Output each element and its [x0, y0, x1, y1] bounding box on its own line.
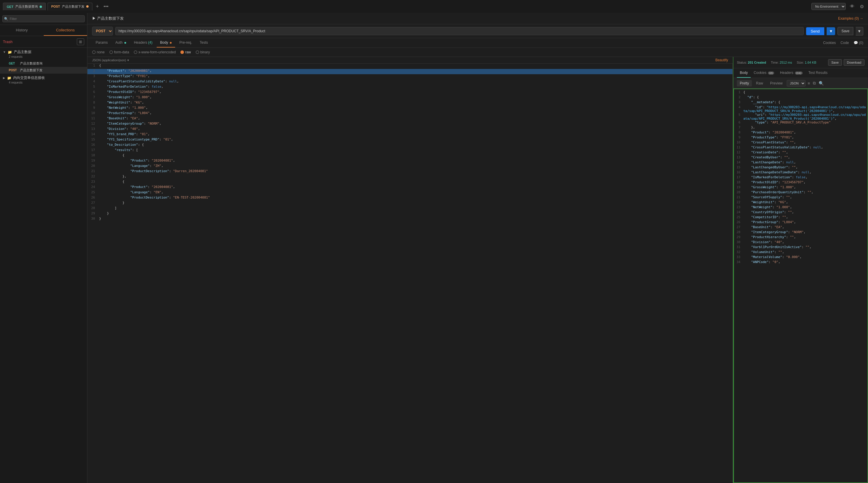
resp-line: 28 "ItemCategoryGroup": "NORM",	[734, 230, 867, 235]
response-action-buttons: Save Download	[828, 59, 865, 66]
tab-body[interactable]: Body	[157, 38, 176, 47]
tab-post[interactable]: POST 产品主数据下发	[48, 3, 92, 10]
response-copy-button[interactable]: ⧉	[812, 80, 817, 87]
save-button[interactable]: Save	[837, 27, 853, 35]
settings-button[interactable]: ⚙	[859, 3, 865, 10]
response-format-selector[interactable]: JSON	[787, 80, 806, 87]
response-wrap-button[interactable]: ≡	[807, 80, 811, 87]
response-code[interactable]: 1{2 "d": {3 "__metadata": {4 "id": "http…	[733, 89, 868, 483]
tab-get[interactable]: GET 产品主数据查询	[3, 3, 46, 10]
folder-name: 产品主数据	[14, 50, 31, 55]
tab-auth[interactable]: Auth	[112, 38, 130, 47]
line-content: "CrossPlantStatusValidityDate": null,	[98, 79, 733, 85]
resp-line-content: "WeightUnit": "KG",	[743, 200, 867, 205]
resp-line-content: "CreationDate": "",	[743, 151, 867, 155]
sidebar-tabs: History Collections	[0, 25, 87, 36]
line-number: 10	[87, 111, 98, 117]
examples-link[interactable]: Examples (0) →	[838, 17, 863, 21]
content-area: ▶ 产品主数据下发 Examples (0) → POST Send ▼ Sav…	[87, 13, 868, 483]
code-line: 25 "Language": "EN",	[87, 190, 733, 196]
request-item-get[interactable]: GET 产品主数据查询	[0, 60, 87, 67]
resp-line-content: "id": "https://my300203-api.saps4hanaclo…	[743, 105, 867, 113]
option-binary[interactable]: binary	[196, 50, 210, 54]
comments-badge[interactable]: 💬 (0)	[854, 41, 863, 45]
sidebar-tab-history[interactable]: History	[0, 25, 44, 36]
code-link[interactable]: Code	[840, 41, 849, 45]
search-input[interactable]	[2, 15, 85, 22]
resp-tab-headers[interactable]: Headers (11)	[777, 68, 806, 78]
save-dropdown-button[interactable]: ▼	[856, 27, 863, 35]
radio-none	[92, 51, 96, 54]
sidebar-tab-collections[interactable]: Collections	[44, 25, 87, 36]
tab-tests[interactable]: Tests	[196, 38, 212, 47]
url-input[interactable]	[115, 27, 804, 35]
new-tab-button[interactable]: +	[94, 3, 101, 10]
folder-item-inbound[interactable]: ▶ 📁 内向交货单信息接收 4 requests	[0, 74, 87, 86]
new-collection-button[interactable]: ⊞	[77, 38, 84, 45]
option-urlencoded[interactable]: x-www-form-urlencoded	[134, 50, 176, 54]
send-button[interactable]: Send	[806, 27, 824, 35]
tab-more-button[interactable]: •••	[102, 3, 110, 10]
line-content: "Product": "202004081",	[98, 185, 733, 190]
response-tabs: Body Cookies (2) Headers (11) Test Resul…	[733, 68, 868, 78]
code-line: 27 }	[87, 201, 733, 206]
resp-view-preview[interactable]: Preview	[767, 80, 785, 87]
request-item-post[interactable]: POST 产品主数据下发	[0, 67, 87, 74]
cookies-link[interactable]: Cookies	[823, 41, 836, 45]
json-format-label[interactable]: JSON (application/json)	[92, 58, 126, 62]
resp-line-number: 6	[734, 121, 743, 126]
resp-line: 4 "id": "https://my300203-api.saps4hanac…	[734, 105, 867, 113]
resp-line-content: "NetWeight": "1.000",	[743, 205, 867, 210]
resp-line-number: 9	[734, 135, 743, 140]
line-content: {	[98, 64, 733, 69]
send-dropdown-button[interactable]: ▼	[827, 27, 835, 35]
code-line: 3 "ProductType": "FY01",	[87, 74, 733, 79]
trash-label[interactable]: Trash	[3, 40, 12, 44]
resp-line-number: 26	[734, 220, 743, 225]
line-number: 20	[87, 164, 98, 169]
response-download-button[interactable]: Download	[844, 59, 865, 66]
breadcrumb: ▶ 产品主数据下发	[92, 16, 124, 21]
resp-line-content: "SourceOfSupply": "",	[743, 195, 867, 200]
resp-line: 5 "uri": "https://my300203-api.saps4hana…	[734, 113, 867, 121]
resp-line: 15 "LastChangedByUser": "",	[734, 165, 867, 170]
code-line: 4 "CrossPlantStatusValidityDate": null,	[87, 79, 733, 85]
resp-line-content: "CountryOfOrigin": "",	[743, 210, 867, 215]
code-editor[interactable]: 1{2 "Product": "202004081",3 "ProductTyp…	[87, 64, 733, 483]
search-icon: 🔍	[4, 17, 8, 21]
resp-line: 1{	[734, 90, 867, 95]
resp-line-number: 30	[734, 240, 743, 245]
response-search-button[interactable]: 🔍	[818, 80, 825, 87]
line-number: 17	[87, 148, 98, 153]
resp-line: 10 "CrossPlantStatus": "",	[734, 140, 867, 146]
resp-line: 34 "ANPCode": "0",	[734, 260, 867, 265]
folder-item-products[interactable]: ▼ 📁 产品主数据 2 requests	[0, 48, 87, 60]
line-number: 12	[87, 122, 98, 127]
status-value: 201 Created	[748, 61, 766, 64]
tab-params[interactable]: Params	[92, 38, 111, 47]
resp-line: 33 "MaterialVolume": "0.000",	[734, 255, 867, 260]
option-form-data[interactable]: form-data	[110, 50, 129, 54]
environment-selector[interactable]: No Environment	[811, 3, 846, 10]
resp-line-content: "LastChangeDate": null,	[743, 160, 867, 165]
code-line: 17 "results": [	[87, 148, 733, 153]
response-save-button[interactable]: Save	[828, 59, 842, 66]
resp-line-number: 27	[734, 225, 743, 230]
method-select[interactable]: POST	[92, 27, 113, 35]
beautify-button[interactable]: Beautify	[715, 58, 728, 62]
resp-view-pretty[interactable]: Pretty	[737, 80, 752, 87]
option-raw[interactable]: raw	[180, 50, 191, 54]
resp-view-raw[interactable]: Raw	[753, 80, 766, 87]
folder-sub-2: 4 requests	[3, 81, 84, 84]
resp-tab-test-results[interactable]: Test Results	[806, 68, 831, 78]
tab-headers[interactable]: Headers (4)	[130, 38, 156, 47]
tab-prereq[interactable]: Pre-req.	[176, 38, 195, 47]
option-none[interactable]: none	[92, 50, 105, 54]
resp-tab-cookies[interactable]: Cookies (2)	[751, 68, 777, 78]
folder-icon: 📁	[8, 50, 12, 54]
resp-line-number: 12	[734, 151, 743, 155]
resp-tab-body[interactable]: Body	[737, 68, 751, 78]
resp-line-content: "type": "API_PRODUCT_SRV.A_ProductType"	[743, 121, 867, 126]
eye-button[interactable]: 👁	[849, 3, 856, 10]
editor-column: JSON (application/json) ▾ Beautify 1{2 "…	[87, 57, 733, 483]
